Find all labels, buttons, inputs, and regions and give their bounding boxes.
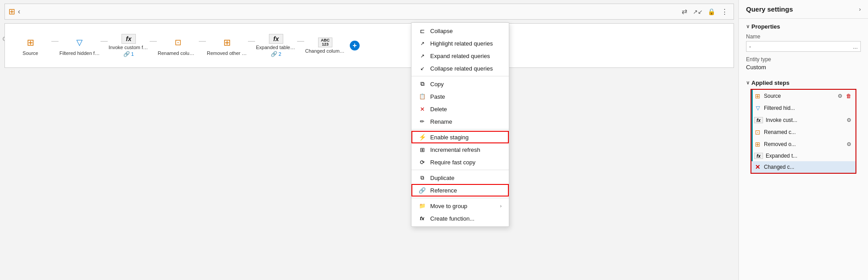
canvas-header: ⊞ ‹ ⇄ ↗↙ 🔒 ⋮ (4, 4, 734, 20)
menu-item-paste[interactable]: 📋 Paste (411, 90, 509, 103)
copy-icon: ⧉ (419, 80, 426, 88)
expanded-link-count: 2 (278, 51, 281, 57)
connector-2 (100, 37, 109, 45)
step-row-expanded[interactable]: fx Expanded t... (751, 150, 855, 161)
step-row-source[interactable]: ⊞ Source ⚙ 🗑 (751, 90, 855, 102)
removed-step-label: Removed other c... (207, 50, 247, 56)
menu-label-rename: Rename (430, 118, 502, 125)
pipeline-step-changed[interactable]: ABC 123 Changed column... (305, 38, 345, 54)
name-input-dots[interactable]: ... (853, 43, 858, 50)
step-row-removed[interactable]: ⊞ Removed o... ⚙ (751, 138, 855, 150)
enable-staging-icon: ⚡ (419, 134, 426, 141)
step-actions-removed: ⚙ (845, 140, 853, 148)
menu-item-expand-related[interactable]: ↗ Expand related queries (411, 50, 509, 62)
menu-item-create-function[interactable]: fx Create function... (411, 212, 509, 225)
menu-item-collapse[interactable]: ⊏ Collapse (411, 25, 509, 37)
panel-title: Query settings (746, 5, 793, 13)
menu-label-reference: Reference (430, 187, 502, 194)
applied-steps-label: Applied steps (751, 79, 789, 86)
step-icon-invoke: fx (754, 117, 763, 123)
step-gear-source[interactable]: ⚙ (836, 92, 844, 100)
name-input[interactable] (749, 43, 851, 50)
step-row-changed[interactable]: ✕ Changed c... (751, 161, 855, 173)
duplicate-icon: ⧉ (419, 174, 426, 181)
pipeline-step-removed[interactable]: ⊞ Removed other c... (207, 35, 247, 56)
divider-3 (411, 170, 509, 170)
more-icon[interactable]: ⋮ (719, 6, 730, 17)
highlight-related-icon: ↗ (419, 40, 426, 47)
collapse-related-icon: ↙ (419, 65, 426, 72)
menu-item-delete[interactable]: ✕ Delete (411, 103, 509, 115)
name-field-input[interactable]: ... (746, 41, 861, 52)
pipeline-step-filtered[interactable]: ▽ Filtered hidden fi... (59, 35, 100, 56)
renamed-step-icon: ⊡ (171, 35, 185, 50)
expanded-step-icon: fx (269, 34, 283, 44)
menu-item-duplicate[interactable]: ⧉ Duplicate (411, 171, 509, 184)
expand-related-icon: ↗ (419, 52, 426, 59)
expanded-step-link[interactable]: 🔗 2 (271, 51, 281, 57)
step-row-filtered[interactable]: ▽ Filtered hid... (751, 102, 855, 114)
step-row-invoke[interactable]: fx Invoke cust... ⚙ (751, 114, 855, 126)
menu-item-incremental-refresh[interactable]: ⊞ Incremental refresh (411, 143, 509, 156)
menu-label-duplicate: Duplicate (430, 175, 502, 181)
context-menu: ⊏ Collapse ↗ Highlight related queries ↗… (411, 22, 509, 227)
panel-expand-button[interactable]: › (859, 6, 861, 13)
pipeline-step-renamed[interactable]: ⊡ Renamed columns (158, 35, 198, 56)
step-icon-renamed: ⊡ (754, 129, 761, 136)
step-row-renamed[interactable]: ⊡ Renamed c... (751, 126, 855, 138)
filtered-step-label: Filtered hidden fi... (59, 50, 100, 56)
menu-label-copy: Copy (430, 81, 502, 88)
right-panel: Query settings › ∨ Properties Name ... E… (738, 0, 868, 280)
filtered-step-icon: ▽ (72, 35, 87, 50)
step-gear-removed[interactable]: ⚙ (845, 140, 853, 148)
add-step-button[interactable]: + (350, 41, 360, 50)
step-icon-filtered: ▽ (754, 104, 761, 112)
menu-item-require-fast-copy[interactable]: ⟳ Require fast copy (411, 156, 509, 168)
panel-header: Query settings › (739, 0, 868, 19)
menu-item-copy[interactable]: ⧉ Copy (411, 78, 509, 90)
step-delete-source[interactable]: 🗑 (845, 92, 853, 100)
menu-item-collapse-related[interactable]: ↙ Collapse related queries (411, 62, 509, 75)
pipeline-step-expanded[interactable]: fx Expanded table c... 🔗 2 (256, 34, 296, 57)
menu-label-collapse-related: Collapse related queries (430, 65, 502, 72)
move-to-group-icon: 📁 (419, 202, 426, 209)
step-label-filtered: Filtered hid... (764, 105, 853, 111)
menu-item-move-to-group[interactable]: 📁 Move to group › (411, 200, 509, 212)
properties-label: Properties (751, 23, 780, 30)
menu-item-rename[interactable]: ✏ Rename (411, 115, 509, 128)
expanded-step-label: Expanded table c... (256, 45, 296, 50)
connector-3 (149, 37, 158, 45)
create-function-icon: fx (419, 215, 426, 222)
renamed-step-label: Renamed columns (158, 50, 198, 56)
source-step-icon: ⊞ (23, 35, 38, 50)
invoke-step-icon: fx (122, 34, 136, 44)
menu-item-reference[interactable]: 🔗 Reference (411, 184, 509, 196)
applied-steps-header[interactable]: ∨ Applied steps (746, 79, 861, 86)
paste-icon: 📋 (419, 93, 426, 100)
invoke-step-label: Invoke custom fu... (109, 45, 149, 50)
applied-steps-section: ∨ Applied steps ⊞ Source ⚙ 🗑 ▽ Filtered … (739, 79, 868, 178)
step-icon-source: ⊞ (754, 92, 761, 100)
menu-item-enable-staging[interactable]: ⚡ Enable staging (411, 131, 509, 143)
source-step-label: Source (23, 50, 38, 56)
changed-step-label: Changed column... (305, 48, 345, 54)
menu-label-enable-staging: Enable staging (430, 134, 502, 141)
lock-icon[interactable]: 🔒 (706, 6, 717, 17)
share-icon[interactable]: ⇄ (679, 6, 690, 17)
canvas-top-right: ⇄ ↗↙ 🔒 ⋮ (679, 6, 730, 17)
expand-icon[interactable]: ↗↙ (692, 6, 703, 17)
divider-1 (411, 76, 509, 76)
entity-type-value: Custom (746, 64, 861, 71)
menu-label-paste: Paste (430, 93, 502, 100)
connector-5 (247, 37, 256, 45)
step-label-expanded: Expanded t... (766, 153, 853, 159)
step-label-renamed: Renamed c... (764, 129, 853, 135)
menu-item-highlight-related[interactable]: ↗ Highlight related queries (411, 37, 509, 50)
step-icon-changed: ✕ (754, 163, 761, 171)
properties-header[interactable]: ∨ Properties (746, 23, 861, 30)
step-gear-invoke[interactable]: ⚙ (845, 116, 853, 124)
invoke-step-link[interactable]: 🔗 1 (123, 51, 134, 57)
pipeline-step-invoke[interactable]: fx Invoke custom fu... 🔗 1 (109, 34, 149, 57)
menu-label-collapse: Collapse (430, 28, 502, 34)
pipeline-step-source[interactable]: ⊞ Source (10, 35, 50, 56)
